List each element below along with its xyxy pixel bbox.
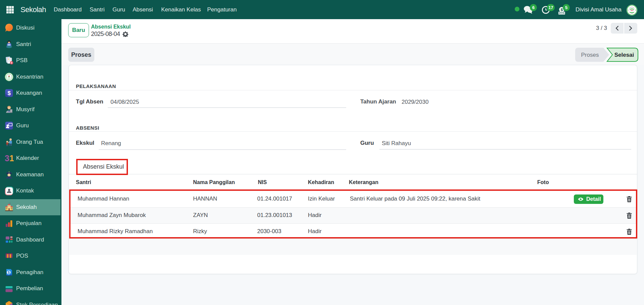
svg-text:1: 1 (9, 154, 14, 163)
svg-text:$: $ (8, 270, 10, 274)
svg-text:$: $ (7, 90, 11, 96)
svg-text:3: 3 (5, 154, 9, 163)
svg-text:Proses: Proses (581, 52, 599, 58)
svg-text:Selesai: Selesai (614, 52, 634, 58)
svg-text:$: $ (561, 8, 563, 12)
